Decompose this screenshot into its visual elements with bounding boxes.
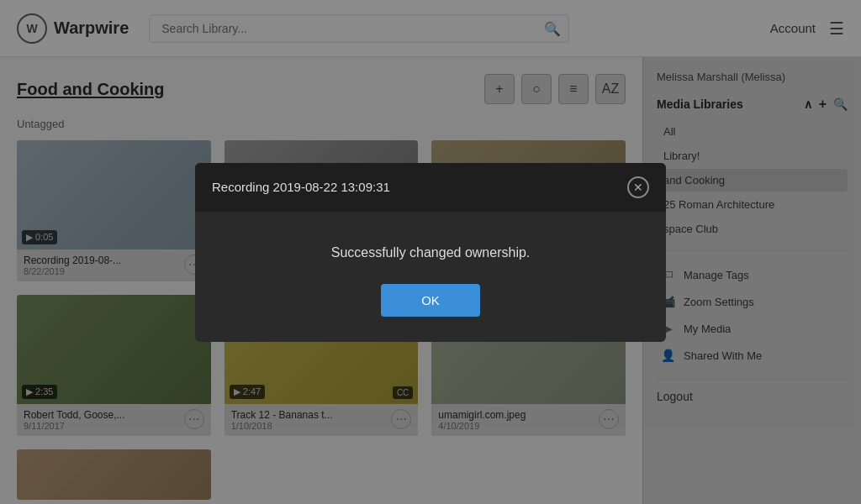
modal-body: Successfully changed ownership. OK — [195, 212, 666, 342]
modal-ok-button[interactable]: OK — [381, 284, 480, 317]
modal-header: Recording 2019-08-22 13:09:31 ✕ — [195, 163, 666, 212]
modal-title: Recording 2019-08-22 13:09:31 — [212, 180, 390, 194]
modal-message: Successfully changed ownership. — [212, 245, 649, 260]
modal-dialog: Recording 2019-08-22 13:09:31 ✕ Successf… — [195, 163, 666, 342]
modal-overlay[interactable]: Recording 2019-08-22 13:09:31 ✕ Successf… — [0, 0, 861, 504]
modal-close-button[interactable]: ✕ — [627, 176, 649, 198]
